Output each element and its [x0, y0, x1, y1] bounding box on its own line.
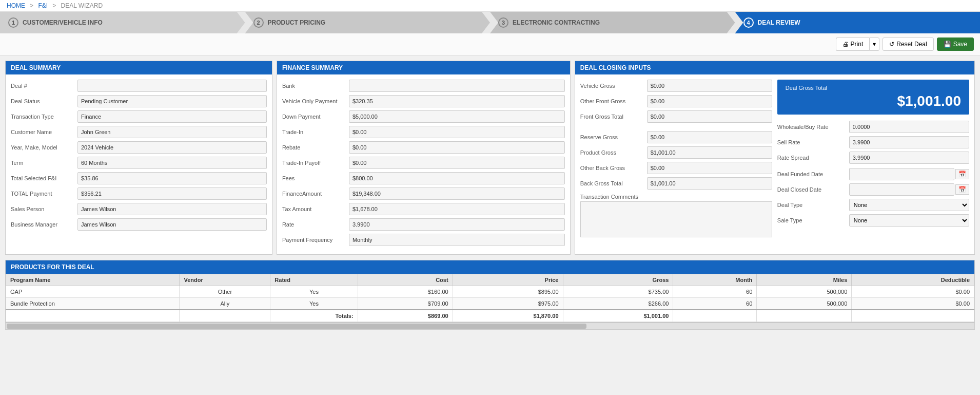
deal-closed-date-input[interactable]	[849, 183, 954, 196]
finance-amount-row: FinanceAmount	[282, 187, 565, 200]
trade-in-input[interactable]	[349, 126, 565, 138]
cell-deductible: $0.00	[852, 286, 974, 298]
deal-closing-header: DEAL CLOSING INPUTS	[575, 61, 974, 74]
finance-amount-input[interactable]	[349, 187, 565, 200]
deal-closing-body: Vehicle Gross Other Front Gross Front Gr…	[575, 74, 974, 244]
step-electronic-contracting[interactable]: 3 ELECTRONIC CONTRACTING	[490, 12, 735, 33]
bank-input[interactable]	[349, 80, 565, 92]
finance-amount-label: FinanceAmount	[282, 191, 349, 197]
payment-frequency-input[interactable]	[349, 234, 565, 246]
deal-closed-date-calendar-button[interactable]: 📅	[955, 184, 969, 195]
down-payment-label: Down Payment	[282, 114, 349, 120]
total-fi-input[interactable]	[77, 172, 267, 184]
down-payment-input[interactable]	[349, 110, 565, 123]
deal-closed-date-input-group: 📅	[849, 183, 969, 196]
totals-empty-vendor	[180, 310, 270, 322]
step-product-pricing[interactable]: 2 PRODUCT PRICING	[245, 12, 491, 33]
deal-funded-date-input[interactable]	[849, 168, 954, 180]
reserve-gross-input[interactable]	[647, 131, 772, 143]
gross-total-value: $1,001.00	[786, 93, 961, 109]
business-manager-input[interactable]	[77, 218, 267, 231]
save-icon: 💾	[944, 41, 951, 48]
toolbar: 🖨 Print ▾ ↺ Reset Deal 💾 Save	[0, 33, 980, 55]
totals-gross: $1,001.00	[563, 310, 673, 322]
transaction-type-input[interactable]	[77, 110, 267, 123]
reserve-gross-row: Reserve Gross	[580, 131, 772, 143]
breadcrumb: HOME > F&I > DEAL WIZARD	[0, 0, 980, 12]
total-payment-input[interactable]	[77, 187, 267, 200]
deal-status-input[interactable]	[77, 95, 267, 107]
save-button[interactable]: 💾 Save	[937, 37, 974, 51]
deal-summary-panel: DEAL SUMMARY Deal # Deal Status Transact…	[5, 61, 272, 255]
front-gross-total-input[interactable]	[647, 110, 772, 123]
tax-amount-input[interactable]	[349, 203, 565, 215]
vehicle-gross-input[interactable]	[647, 80, 772, 92]
step-num-2: 2	[253, 17, 264, 28]
sell-rate-input[interactable]	[849, 136, 969, 148]
term-input[interactable]	[77, 157, 267, 169]
cell-program: Bundle Protection	[6, 298, 180, 310]
deal-funded-date-calendar-button[interactable]: 📅	[955, 169, 969, 179]
step-label-4: DEAL REVIEW	[758, 19, 800, 26]
sell-rate-label: Sell Rate	[777, 139, 849, 145]
print-icon: 🖨	[842, 41, 849, 48]
other-front-gross-row: Other Front Gross	[580, 95, 772, 107]
cell-vendor: Other	[180, 286, 270, 298]
trade-in-row: Trade-In	[282, 126, 565, 138]
print-dropdown-button[interactable]: ▾	[869, 37, 879, 51]
rate-row: Rate	[282, 218, 565, 231]
other-back-gross-input[interactable]	[647, 162, 772, 174]
vehicle-gross-label: Vehicle Gross	[580, 83, 647, 89]
vehicle-only-payment-label: Vehicle Only Payment	[282, 98, 349, 104]
deal-summary-body: Deal # Deal Status Transaction Type Cust…	[6, 74, 272, 239]
deal-number-input[interactable]	[77, 80, 267, 92]
front-gross-total-label: Front Gross Total	[580, 114, 647, 120]
back-gross-total-row: Back Gross Total	[580, 177, 772, 190]
cell-program: GAP	[6, 286, 180, 298]
trade-in-payoff-label: Trade-In Payoff	[282, 160, 349, 166]
vehicle-only-payment-input[interactable]	[349, 95, 565, 107]
wholesale-buy-rate-label: Wholesale/Buy Rate	[777, 124, 849, 130]
deal-number-label: Deal #	[11, 83, 77, 89]
deal-type-select[interactable]: None	[849, 199, 969, 211]
print-button[interactable]: 🖨 Print	[836, 37, 870, 51]
cell-miles: 500,000	[757, 298, 852, 310]
deal-closing-panel: DEAL CLOSING INPUTS Vehicle Gross Other …	[575, 61, 975, 255]
fees-input[interactable]	[349, 172, 565, 184]
rebate-input[interactable]	[349, 141, 565, 154]
back-gross-total-input[interactable]	[647, 177, 772, 190]
sales-person-input[interactable]	[77, 203, 267, 215]
scrollbar-track[interactable]	[6, 322, 974, 329]
finance-summary-body: Bank Vehicle Only Payment Down Payment T…	[277, 74, 570, 254]
total-fi-row: Total Selected F&I	[11, 172, 267, 184]
other-front-gross-input[interactable]	[647, 95, 772, 107]
wholesale-buy-rate-input[interactable]	[849, 121, 969, 133]
sale-type-select[interactable]: None	[849, 214, 969, 227]
payment-frequency-row: Payment Frequency	[282, 234, 565, 246]
table-row: Bundle Protection Ally Yes $709.00 $975.…	[6, 298, 974, 310]
transaction-comments-textarea[interactable]	[580, 201, 772, 237]
year-make-model-input[interactable]	[77, 141, 267, 154]
rebate-label: Rebate	[282, 144, 349, 151]
product-gross-input[interactable]	[647, 146, 772, 159]
customer-name-input[interactable]	[77, 126, 267, 138]
step-customer-vehicle[interactable]: 1 CUSTOMER/VEHICLE INFO	[0, 12, 245, 33]
deal-gross-total-box: Deal Gross Total $1,001.00	[777, 80, 969, 115]
step-deal-review[interactable]: 4 DEAL REVIEW	[735, 12, 981, 33]
year-make-model-label: Year, Make, Model	[11, 144, 77, 151]
trade-in-payoff-input[interactable]	[349, 157, 565, 169]
wholesale-buy-rate-row: Wholesale/Buy Rate	[777, 121, 969, 133]
totals-cost: $869.00	[358, 310, 453, 322]
other-front-gross-label: Other Front Gross	[580, 98, 647, 104]
reset-deal-button[interactable]: ↺ Reset Deal	[883, 37, 933, 51]
reserve-gross-label: Reserve Gross	[580, 134, 647, 140]
deal-closed-date-row: Deal Closed Date 📅	[777, 183, 969, 196]
rate-spread-input[interactable]	[849, 152, 969, 164]
rebate-row: Rebate	[282, 141, 565, 154]
step-label-1: CUSTOMER/VEHICLE INFO	[23, 19, 103, 26]
deal-status-label: Deal Status	[11, 98, 77, 104]
rate-spread-label: Rate Spread	[777, 155, 849, 161]
rate-spread-row: Rate Spread	[777, 152, 969, 164]
rate-input[interactable]	[349, 218, 565, 231]
col-rated: Rated	[270, 274, 358, 286]
